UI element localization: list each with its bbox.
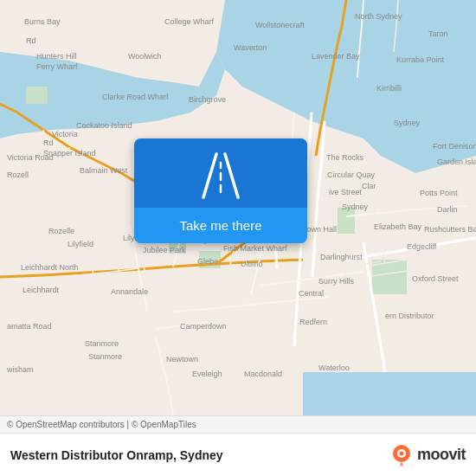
svg-text:Edgecliff: Edgecliff: [407, 242, 437, 251]
svg-text:Taron: Taron: [428, 29, 448, 38]
svg-text:Kurraba Point: Kurraba Point: [396, 55, 445, 64]
svg-text:Oxford Street: Oxford Street: [412, 274, 459, 283]
svg-text:Victoria Road: Victoria Road: [7, 153, 54, 162]
card-icon-area: [134, 138, 307, 208]
svg-text:Potts Point: Potts Point: [420, 189, 458, 197]
svg-text:Macdonald: Macdonald: [244, 370, 282, 378]
svg-text:Sydney: Sydney: [394, 119, 421, 127]
svg-text:Wollstonecraft: Wollstonecraft: [255, 21, 305, 29]
svg-text:Rd: Rd: [43, 138, 54, 147]
svg-text:Birchgrove: Birchgrove: [189, 95, 226, 104]
road-icon: [195, 147, 247, 199]
svg-text:Surry Hills: Surry Hills: [318, 277, 355, 286]
svg-text:College Wharf: College Wharf: [164, 17, 215, 26]
svg-text:Leichhardt North: Leichhardt North: [21, 263, 79, 272]
svg-text:Stanmore: Stanmore: [88, 352, 122, 361]
svg-text:Rd: Rd: [26, 36, 36, 45]
moovit-logo: moovit: [389, 443, 466, 467]
moovit-icon: [389, 443, 414, 467]
svg-text:North Sydney: North Sydney: [355, 12, 402, 21]
svg-rect-3: [26, 87, 48, 104]
svg-text:Ultimo: Ultimo: [241, 260, 263, 268]
svg-text:Balmain West: Balmain West: [80, 166, 128, 175]
moovit-text: moovit: [417, 446, 466, 464]
svg-text:Eveleigh: Eveleigh: [192, 370, 222, 378]
svg-text:Darlinghurst: Darlinghurst: [320, 253, 363, 261]
svg-text:Kirribilli: Kirribilli: [376, 84, 402, 93]
svg-point-77: [399, 451, 403, 455]
attribution-bar: © OpenStreetMap contributors | © OpenMap…: [0, 415, 476, 433]
location-info: Western Distributor Onramp, Sydney: [10, 448, 389, 462]
svg-text:wisham: wisham: [6, 365, 34, 374]
svg-text:Burns Bay: Burns Bay: [24, 17, 61, 26]
svg-text:Circular Quay: Circular Quay: [327, 170, 376, 179]
svg-text:ive Street: ive Street: [329, 188, 363, 196]
svg-text:Elizabeth Bay: Elizabeth Bay: [374, 222, 422, 231]
svg-text:Clar: Clar: [362, 182, 376, 190]
svg-text:Waterloo: Waterloo: [318, 363, 350, 372]
svg-text:Hunters Hill: Hunters Hill: [36, 52, 77, 61]
map-container: -- Miller St -->: [0, 0, 476, 415]
svg-text:amatta Road: amatta Road: [7, 322, 52, 331]
svg-text:Leichhardt: Leichhardt: [23, 286, 60, 294]
svg-text:Waverton: Waverton: [234, 43, 267, 52]
svg-text:Glebe: Glebe: [197, 257, 218, 266]
svg-text:Town Hall: Town Hall: [303, 225, 337, 234]
svg-text:Fort Denison: Fort Denison: [433, 142, 476, 151]
attribution-text: © OpenStreetMap contributors | © OpenMap…: [7, 420, 196, 429]
svg-line-71: [225, 154, 238, 197]
svg-text:Lilyfield: Lilyfield: [68, 240, 93, 248]
svg-text:Stanmore: Stanmore: [85, 339, 119, 348]
svg-text:ern Distributor: ern Distributor: [385, 312, 434, 320]
svg-text:Fish Market Wharf: Fish Market Wharf: [223, 244, 287, 253]
svg-text:Sydney: Sydney: [342, 203, 369, 211]
bottom-bar: Western Distributor Onramp, Sydney moovi…: [0, 433, 476, 476]
svg-text:Cockatoo Island: Cockatoo Island: [76, 121, 132, 130]
location-name: Western Distributor Onramp, Sydney: [10, 448, 389, 462]
navigation-card: Take me there: [134, 138, 307, 243]
svg-text:Ferry Wharf: Ferry Wharf: [36, 62, 78, 71]
svg-text:Rozelle: Rozelle: [48, 227, 74, 235]
svg-rect-1: [338, 208, 355, 234]
take-me-there-button[interactable]: Take me there: [134, 208, 307, 243]
svg-text:Annandale: Annandale: [111, 287, 148, 296]
svg-text:Rushcutters Bay: Rushcutters Bay: [424, 225, 476, 234]
svg-text:Darlin: Darlin: [437, 205, 458, 214]
svg-text:Woolwich: Woolwich: [128, 52, 161, 61]
svg-text:The Rocks: The Rocks: [326, 153, 364, 162]
svg-line-70: [203, 154, 216, 197]
svg-text:Central: Central: [299, 289, 324, 298]
svg-text:Redfern: Redfern: [299, 318, 327, 326]
svg-text:Victoria: Victoria: [52, 130, 78, 138]
svg-text:Newtown: Newtown: [166, 355, 198, 363]
svg-text:Camperdown: Camperdown: [180, 322, 227, 331]
svg-text:Clarke Road Wharf: Clarke Road Wharf: [102, 93, 169, 101]
svg-text:Garden Island: Garden Island: [437, 158, 476, 166]
svg-text:Lavender Bay: Lavender Bay: [312, 52, 360, 61]
svg-text:Jubilee Park: Jubilee Park: [143, 246, 186, 254]
svg-text:Rozell: Rozell: [7, 170, 29, 179]
